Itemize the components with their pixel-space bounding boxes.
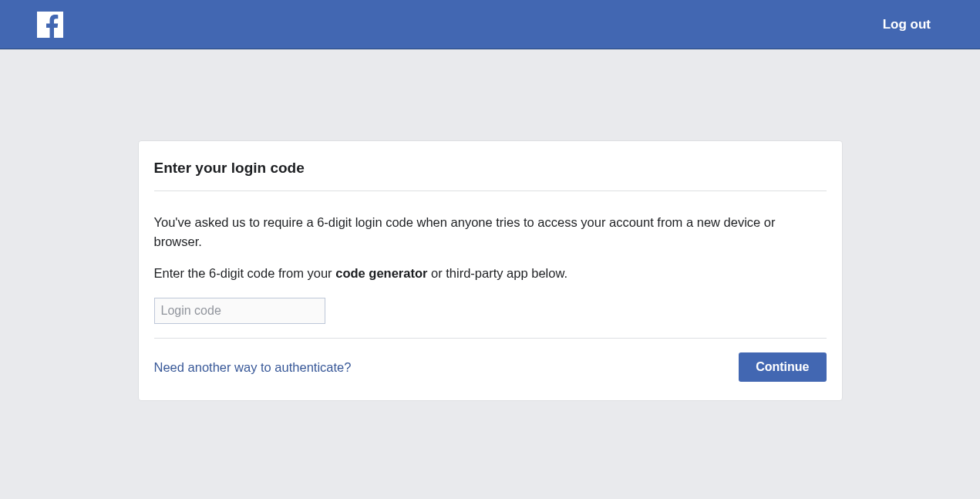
card-title: Enter your login code [139,141,842,190]
login-code-input[interactable] [154,298,325,324]
desc2-bold: code generator [335,266,427,280]
another-way-link[interactable]: Need another way to authenticate? [154,360,352,375]
description-text-2: Enter the 6-digit code from your code ge… [154,264,827,283]
card-body: You've asked us to require a 6-digit log… [139,191,842,338]
desc2-post: or third-party app below. [427,266,567,280]
desc2-pre: Enter the 6-digit code from your [154,266,336,280]
card-footer: Need another way to authenticate? Contin… [139,339,842,400]
login-code-card: Enter your login code You've asked us to… [138,140,843,401]
top-header: Log out [0,0,980,49]
continue-button[interactable]: Continue [739,352,826,382]
logout-link[interactable]: Log out [883,17,931,32]
facebook-logo-icon[interactable] [37,12,63,38]
description-text-1: You've asked us to require a 6-digit log… [154,213,827,251]
